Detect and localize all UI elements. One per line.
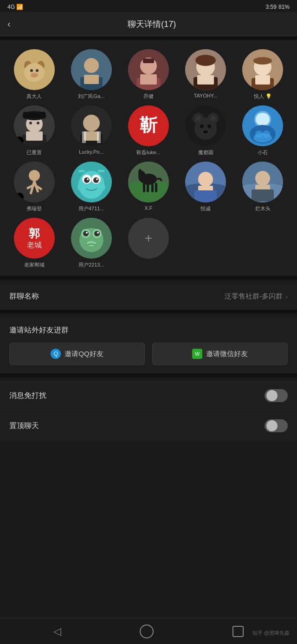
member-item[interactable]: TAYOHY...	[179, 49, 232, 100]
member-item[interactable]: 郭 老城 老家郸城	[7, 218, 61, 268]
member-item[interactable]: 用户4711...	[65, 162, 118, 212]
member-item[interactable]: X.F	[122, 162, 175, 212]
member-item[interactable]: 悦诚	[179, 162, 232, 212]
svg-rect-14	[140, 74, 157, 85]
svg-point-50	[195, 116, 201, 121]
invite-wechat-label: 邀请微信好友	[206, 350, 248, 358]
divider-3	[0, 310, 297, 313]
toggle-settings-section: 消息免打扰 置顶聊天	[0, 381, 297, 441]
invite-section: 邀请站外好友进群 Q 邀请QQ好友 W 邀请微信好友	[0, 317, 297, 373]
svg-point-47	[207, 124, 211, 128]
member-name: 悦人 💡	[254, 93, 272, 100]
svg-point-72	[96, 178, 98, 180]
member-name: 悦诚	[200, 205, 211, 212]
zhihu-attribution: 知乎 @黑啤先森	[252, 630, 290, 637]
member-name: 靳磊luke...	[136, 149, 160, 156]
header: ‹ 聊天详情(17)	[0, 12, 297, 36]
avatar: 郭 老城	[14, 218, 55, 259]
avatar	[242, 49, 283, 90]
status-battery: 81%	[278, 4, 290, 10]
home-nav-button[interactable]	[140, 624, 154, 638]
status-signal: 4G 📶	[7, 4, 23, 10]
tiktok-badge: ♪	[15, 136, 24, 145]
avatar	[185, 162, 226, 202]
svg-point-107	[94, 231, 100, 236]
avatar	[71, 105, 112, 146]
svg-text:靳: 靳	[140, 115, 158, 135]
member-item[interactable]: 悦人 💡	[236, 49, 290, 100]
svg-point-6	[31, 73, 38, 78]
bottom-nav: ◁ 知乎 @黑啤先森	[0, 618, 297, 644]
recent-apps-button[interactable]	[232, 626, 244, 637]
group-name-value: 泛零售社群-多闪群 ›	[225, 292, 288, 301]
member-item[interactable]: Lucky.Po...	[65, 105, 118, 156]
member-item[interactable]: 真大人	[7, 49, 61, 100]
tiktok-badge: ♪	[15, 192, 24, 202]
member-item[interactable]: 刘广民Ga...	[65, 49, 118, 100]
group-name-row[interactable]: 群聊名称 泛零售社群-多闪群 ›	[0, 283, 297, 310]
svg-rect-31	[26, 131, 43, 141]
member-name: X.F	[144, 205, 152, 211]
svg-point-51	[210, 116, 216, 121]
svg-rect-92	[194, 190, 217, 202]
member-name: Lucky.Po...	[79, 149, 104, 155]
mute-notification-row: 消息免打扰	[0, 381, 297, 411]
avatar: ♪	[14, 162, 55, 202]
svg-rect-98	[252, 189, 274, 202]
svg-point-73	[77, 183, 85, 191]
svg-point-3	[24, 63, 45, 82]
invite-qq-button[interactable]: Q 邀请QQ好友	[9, 343, 145, 365]
svg-rect-84	[147, 183, 149, 192]
avatar	[71, 218, 112, 259]
invite-wechat-button[interactable]: W 邀请微信好友	[152, 343, 288, 365]
svg-point-18	[195, 55, 216, 66]
svg-rect-10	[84, 75, 99, 84]
member-name: 烂木头	[255, 205, 271, 212]
mute-toggle[interactable]	[265, 389, 288, 402]
member-name: 真大人	[26, 93, 42, 100]
member-item[interactable]: 烂木头	[236, 162, 290, 212]
svg-point-108	[86, 232, 88, 234]
member-name: 魔都圆	[198, 149, 213, 156]
svg-point-35	[83, 115, 100, 131]
member-name: 乔健	[143, 93, 154, 100]
avatar: 靳	[128, 105, 169, 146]
member-name: 老家郸城	[24, 261, 45, 268]
bottom-spacer	[0, 441, 297, 478]
member-item[interactable]: 小石	[236, 105, 290, 156]
member-name: 用户4711...	[78, 205, 104, 212]
svg-point-74	[98, 183, 105, 191]
back-button[interactable]: ‹	[7, 17, 14, 31]
svg-rect-15	[143, 59, 154, 63]
member-item[interactable]: 用户2213...	[65, 218, 118, 268]
invite-buttons: Q 邀请QQ好友 W 邀请微信好友	[9, 343, 288, 365]
svg-point-49	[203, 130, 208, 134]
svg-point-33	[37, 122, 39, 124]
svg-point-23	[253, 57, 272, 65]
svg-rect-83	[143, 183, 145, 192]
member-item[interactable]: 魔都圆	[179, 105, 232, 156]
page-title: 聊天详情(17)	[14, 19, 290, 30]
member-name: 刘广民Ga...	[78, 93, 104, 100]
member-name: 用户2213...	[78, 261, 104, 268]
status-bar: 4G 📶 3:59 81%	[0, 0, 297, 12]
back-nav-button[interactable]: ◁	[53, 625, 61, 637]
member-item[interactable]: 乔健	[122, 49, 175, 100]
svg-rect-29	[23, 112, 45, 118]
add-member-button[interactable]: +	[128, 218, 169, 259]
avatar	[242, 162, 283, 202]
svg-rect-37	[84, 131, 99, 141]
member-item[interactable]: ♪ 已重置	[7, 105, 61, 156]
member-item[interactable]: ♪ 弗瑞登	[7, 162, 61, 212]
invite-title: 邀请站外好友进群	[9, 325, 288, 335]
svg-point-70	[93, 177, 99, 183]
svg-rect-25	[255, 75, 270, 85]
divider-4	[0, 373, 297, 377]
chevron-right-icon: ›	[285, 293, 288, 300]
pin-toggle[interactable]	[265, 419, 288, 432]
member-item[interactable]: 靳 靳磊luke...	[122, 105, 175, 156]
member-name: 已重置	[26, 149, 42, 156]
avatar	[71, 49, 112, 90]
svg-point-109	[97, 232, 99, 234]
add-member-item[interactable]: +	[122, 218, 175, 268]
